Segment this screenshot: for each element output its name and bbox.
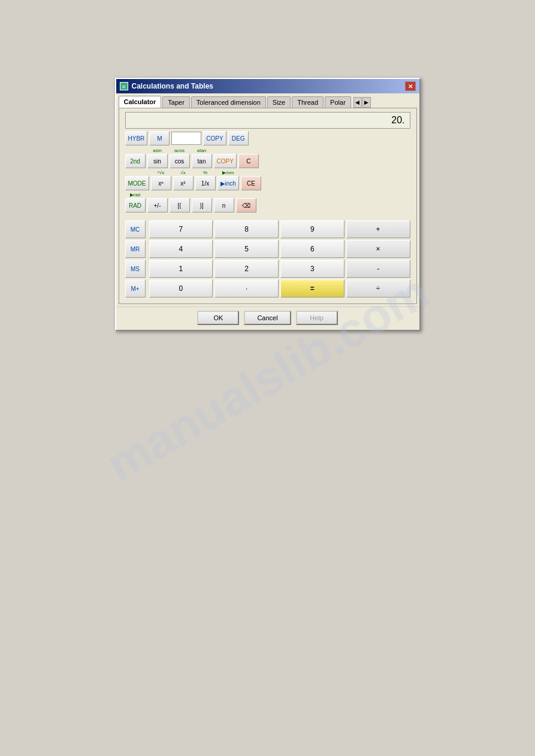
- tab-size[interactable]: Size: [267, 96, 291, 108]
- calculations-dialog: ≡ Calculations and Tables ✕ Calculator T…: [115, 78, 421, 331]
- tab-thread[interactable]: Thread: [292, 96, 324, 108]
- title-bar-left: ≡ Calculations and Tables: [120, 82, 213, 90]
- inch-group: ▶mm ▶inch: [217, 170, 239, 190]
- 0-button[interactable]: 0: [149, 280, 213, 297]
- tab-scroll-right[interactable]: ▶: [362, 97, 371, 108]
- tab-scroll-arrows: ◀ ▶: [353, 97, 371, 108]
- 2nd-group: 2nd: [125, 148, 146, 168]
- lparen-button[interactable]: [(: [170, 198, 190, 212]
- copy-group: COPY: [214, 148, 237, 168]
- dot-button[interactable]: ·: [214, 280, 279, 297]
- tab-polar[interactable]: Polar: [325, 96, 351, 108]
- dialog-footer: OK Cancel Help: [116, 306, 419, 330]
- c-button[interactable]: C: [238, 154, 259, 168]
- cos-group: acos cos: [170, 148, 190, 168]
- trig-row: 2nd asin sin acos cos atan tan COPY C: [125, 148, 410, 168]
- close-button[interactable]: ✕: [405, 81, 416, 91]
- tabs-row: Calculator Taper Toleranced dimension Si…: [116, 93, 419, 108]
- power-row: MODE ⁿ√x xⁿ √x x² % 1/x ▶mm ▶inch CE: [125, 170, 410, 190]
- display: 20.: [125, 112, 410, 129]
- 5-button[interactable]: 5: [214, 240, 279, 258]
- ce-group: CE: [241, 170, 261, 190]
- 2-button[interactable]: 2: [214, 260, 279, 278]
- plusminus-button[interactable]: +/-: [147, 198, 168, 212]
- dialog-title: Calculations and Tables: [132, 82, 213, 90]
- numpad-area: MC MR MS M+ 7 8 9 + 4 5 6 ×: [125, 220, 410, 297]
- 9-button[interactable]: 9: [280, 220, 344, 238]
- tan-group: atan tan: [192, 148, 212, 168]
- xn-button[interactable]: xⁿ: [151, 176, 171, 190]
- mr-button[interactable]: MR: [125, 240, 146, 258]
- tan-button[interactable]: tan: [192, 154, 212, 168]
- calculator-area: 20. HYBR M COPY DEG 2nd asin sin acos co…: [119, 108, 417, 304]
- n-group: n: [214, 192, 234, 212]
- equals-button[interactable]: =: [280, 280, 344, 297]
- rad-button[interactable]: RAD: [125, 198, 146, 212]
- 2nd-button[interactable]: 2nd: [125, 154, 146, 168]
- mode-input[interactable]: [171, 132, 201, 145]
- memory-column: MC MR MS M+: [125, 220, 146, 297]
- deg-button[interactable]: DEG: [228, 131, 249, 145]
- ce-button[interactable]: CE: [241, 176, 261, 190]
- minus-button[interactable]: -: [346, 260, 410, 278]
- rad-row: ▶rad RAD +/- [( )] n ⌫: [125, 192, 410, 212]
- rp-group: )]: [192, 192, 212, 212]
- divide-button[interactable]: ÷: [346, 280, 410, 297]
- xn-group: ⁿ√x xⁿ: [151, 170, 171, 190]
- multiply-button[interactable]: ×: [346, 240, 410, 258]
- cos-button[interactable]: cos: [170, 154, 190, 168]
- 8-button[interactable]: 8: [214, 220, 279, 238]
- 1-button[interactable]: 1: [149, 260, 213, 278]
- hybr-button[interactable]: HYBR: [125, 131, 148, 145]
- sin-button[interactable]: sin: [147, 154, 168, 168]
- 1x-group: % 1/x: [195, 170, 216, 190]
- del-group: ⌫: [236, 192, 256, 212]
- n-button[interactable]: n: [214, 198, 234, 212]
- sin-group: asin sin: [147, 148, 168, 168]
- mode-group: MODE: [125, 170, 149, 190]
- tab-calculator[interactable]: Calculator: [119, 96, 162, 108]
- mode-button[interactable]: MODE: [125, 176, 149, 190]
- 6-button[interactable]: 6: [280, 240, 344, 258]
- mode-row: HYBR M COPY DEG: [125, 131, 410, 145]
- x2-button[interactable]: x²: [173, 176, 194, 190]
- 7-button[interactable]: 7: [149, 220, 213, 238]
- cancel-button[interactable]: Cancel: [244, 311, 291, 325]
- tab-taper[interactable]: Taper: [162, 96, 190, 108]
- rparen-button[interactable]: )]: [192, 198, 212, 212]
- tab-toleranced-dimension[interactable]: Toleranced dimension: [191, 96, 266, 108]
- dialog-icon: ≡: [120, 82, 128, 90]
- 1x-button[interactable]: 1/x: [195, 176, 216, 190]
- pm-group: +/-: [147, 192, 168, 212]
- inch-button[interactable]: ▶inch: [217, 176, 239, 190]
- mc-button[interactable]: MC: [125, 220, 146, 238]
- copy-button[interactable]: COPY: [214, 154, 237, 168]
- 4-button[interactable]: 4: [149, 240, 213, 258]
- m-button[interactable]: M: [149, 131, 170, 145]
- title-bar: ≡ Calculations and Tables ✕: [116, 79, 419, 93]
- lp-group: [(: [170, 192, 190, 212]
- del-button[interactable]: ⌫: [236, 198, 256, 212]
- help-button[interactable]: Help: [296, 311, 338, 325]
- mplus-button[interactable]: M+: [125, 280, 146, 297]
- tab-scroll-left[interactable]: ◀: [353, 97, 362, 108]
- 3-button[interactable]: 3: [280, 260, 344, 278]
- c-group: C: [238, 148, 259, 168]
- ok-button[interactable]: OK: [197, 311, 239, 325]
- copy-mode-button[interactable]: COPY: [203, 131, 226, 145]
- x2-group: √x x²: [173, 170, 194, 190]
- plus-button[interactable]: +: [346, 220, 410, 238]
- rad-group: ▶rad RAD: [125, 192, 146, 212]
- ms-button[interactable]: MS: [125, 260, 146, 278]
